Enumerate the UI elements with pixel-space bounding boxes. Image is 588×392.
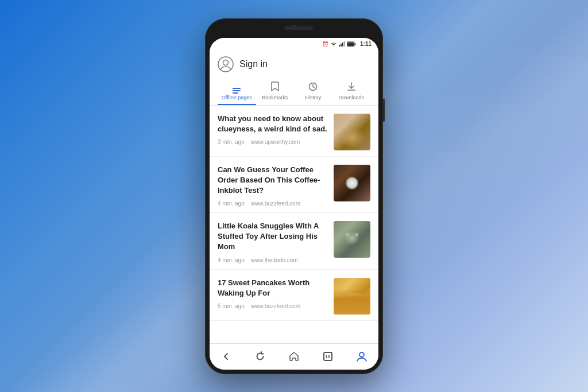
article-item[interactable]: Little Koala Snuggles With A Stuffed Toy… xyxy=(210,213,378,270)
side-button xyxy=(382,99,385,122)
tab-bookmarks-label: Bookmarks xyxy=(262,95,288,100)
article-time: 4 min. ago xyxy=(218,257,245,263)
article-item[interactable]: 17 Sweet Pancakes Worth Waking Up For 5 … xyxy=(210,270,378,321)
sign-in-row[interactable]: Sign in xyxy=(218,56,370,78)
article-source: www.buzzfeed.com xyxy=(251,303,300,309)
article-text: Little Koala Snuggles With A Stuffed Toy… xyxy=(218,221,334,263)
article-thumbnail xyxy=(334,278,370,315)
alarm-icon: ⏰ xyxy=(322,41,328,47)
article-text: What you need to know about clueyness, a… xyxy=(218,114,334,145)
svg-point-4 xyxy=(223,60,229,65)
article-title: What you need to know about clueyness, a… xyxy=(218,114,328,134)
article-time: 4 min. ago xyxy=(218,200,245,207)
article-item[interactable]: Can We Guess Your Coffee Order Based On … xyxy=(210,157,378,214)
phone-device: ⏰ 1:11 xyxy=(205,18,383,374)
article-text: Can We Guess Your Coffee Order Based On … xyxy=(218,165,334,207)
tab-offline-pages[interactable]: Offline pages xyxy=(218,84,256,105)
sign-in-text: Sign in xyxy=(239,59,268,69)
tab-count-badge: 10 xyxy=(323,352,332,361)
user-avatar-icon xyxy=(218,56,234,72)
article-title: 17 Sweet Pancakes Worth Waking Up For xyxy=(218,278,328,298)
bottom-navigation: 10 xyxy=(210,343,378,370)
phone-screen: ⏰ 1:11 xyxy=(210,38,378,370)
article-thumbnail xyxy=(334,165,370,201)
article-meta: 4 min. ago www.thedodo.com xyxy=(218,257,328,263)
tabs-button[interactable]: 10 xyxy=(316,345,339,368)
back-button[interactable] xyxy=(215,345,238,368)
app-header: Sign in Offline pages xyxy=(210,51,378,106)
tab-history[interactable]: History xyxy=(294,79,332,105)
svg-rect-1 xyxy=(347,42,354,46)
status-time: 1:11 xyxy=(360,41,372,47)
article-source: www.thedodo.com xyxy=(251,257,298,263)
offline-pages-icon xyxy=(233,88,241,94)
wifi-icon xyxy=(330,41,337,47)
article-meta: 3 min. ago www.upworthy.com xyxy=(218,139,328,145)
tab-offline-label: Offline pages xyxy=(222,95,252,100)
article-source: www.buzzfeed.com xyxy=(251,200,300,207)
downloads-icon xyxy=(347,81,356,94)
refresh-button[interactable] xyxy=(249,345,272,368)
tab-downloads-label: Downloads xyxy=(338,95,364,100)
article-time: 3 min. ago xyxy=(218,139,245,145)
article-thumbnail xyxy=(334,114,370,150)
article-source: www.upworthy.com xyxy=(251,139,300,145)
tab-bookmarks[interactable]: Bookmarks xyxy=(256,78,295,105)
tab-history-label: History xyxy=(305,95,321,100)
content-area: What you need to know about clueyness, a… xyxy=(210,106,378,343)
battery-icon xyxy=(347,41,356,47)
svg-point-7 xyxy=(359,352,364,357)
article-title: Can We Guess Your Coffee Order Based On … xyxy=(218,165,328,196)
status-bar: ⏰ 1:11 xyxy=(210,38,378,51)
article-title: Little Koala Snuggles With A Stuffed Toy… xyxy=(218,221,328,253)
tabs-row: Offline pages Bookmarks xyxy=(218,78,370,105)
bookmarks-icon xyxy=(271,81,279,94)
article-meta: 4 min. ago www.buzzfeed.com xyxy=(218,200,328,207)
article-item[interactable]: What you need to know about clueyness, a… xyxy=(210,106,378,157)
account-button[interactable] xyxy=(350,345,373,368)
status-icons: ⏰ 1:11 xyxy=(322,41,372,47)
home-button[interactable] xyxy=(283,345,305,368)
speaker xyxy=(284,26,313,30)
article-time: 5 min. ago xyxy=(218,303,245,309)
article-thumbnail xyxy=(334,221,370,258)
svg-rect-2 xyxy=(354,43,355,45)
history-icon xyxy=(308,82,318,94)
signal-icon xyxy=(339,42,345,46)
article-text: 17 Sweet Pancakes Worth Waking Up For 5 … xyxy=(218,278,334,309)
tab-downloads[interactable]: Downloads xyxy=(332,78,371,105)
article-meta: 5 min. ago www.buzzfeed.com xyxy=(218,303,328,309)
